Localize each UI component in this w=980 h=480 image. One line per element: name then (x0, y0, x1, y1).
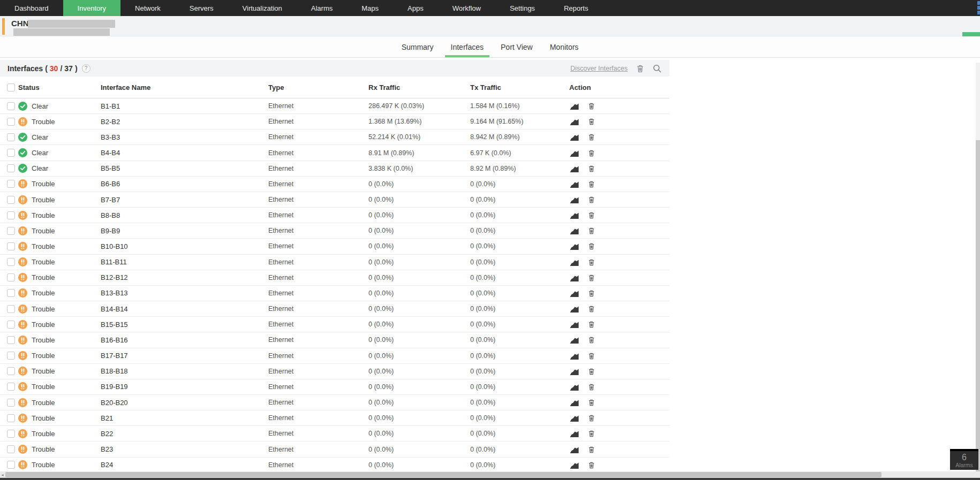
delete-icon[interactable] (587, 211, 598, 220)
traffic-chart-icon[interactable] (569, 445, 579, 454)
row-checkbox[interactable] (7, 258, 15, 266)
row-checkbox[interactable] (7, 227, 15, 235)
delete-icon[interactable] (587, 304, 598, 314)
horizontal-scrollbar-thumb[interactable] (5, 472, 881, 477)
row-checkbox[interactable] (7, 133, 15, 141)
col-header-tx-traffic[interactable]: Tx Traffic (470, 83, 569, 92)
row-checkbox[interactable] (7, 102, 15, 110)
delete-icon[interactable] (587, 320, 598, 329)
search-icon[interactable] (652, 64, 662, 73)
traffic-chart-icon[interactable] (569, 273, 579, 282)
delete-icon[interactable] (587, 398, 598, 407)
nav-item[interactable]: Workflow (438, 0, 495, 16)
nav-item[interactable]: Virtualization (228, 0, 297, 16)
vertical-scrollbar-track[interactable] (976, 63, 980, 472)
row-checkbox[interactable] (7, 164, 15, 172)
traffic-chart-icon[interactable] (569, 117, 579, 126)
traffic-chart-icon[interactable] (569, 242, 579, 251)
device-tab[interactable]: Port View (494, 36, 540, 57)
row-checkbox[interactable] (7, 414, 15, 422)
nav-item[interactable]: Maps (347, 0, 393, 16)
device-tab[interactable]: Monitors (543, 36, 586, 57)
device-tab[interactable]: Interfaces (444, 36, 491, 57)
traffic-chart-icon[interactable] (569, 460, 579, 469)
row-checkbox[interactable] (7, 399, 15, 407)
nav-item[interactable]: Settings (495, 0, 549, 16)
row-checkbox[interactable] (7, 445, 15, 453)
traffic-chart-icon[interactable] (569, 211, 579, 220)
traffic-chart-icon[interactable] (569, 414, 579, 423)
row-checkbox[interactable] (7, 367, 15, 375)
nav-item[interactable]: Alarms (297, 0, 347, 16)
delete-icon[interactable] (587, 179, 598, 188)
traffic-chart-icon[interactable] (569, 102, 579, 111)
delete-icon[interactable] (587, 445, 598, 454)
traffic-chart-icon[interactable] (569, 304, 579, 314)
row-checkbox[interactable] (7, 430, 15, 438)
row-checkbox[interactable] (7, 118, 15, 126)
traffic-chart-icon[interactable] (569, 320, 579, 329)
delete-icon[interactable] (587, 429, 598, 438)
nav-item[interactable]: Apps (393, 0, 438, 16)
delete-icon[interactable] (587, 226, 598, 235)
delete-icon[interactable] (587, 133, 598, 142)
delete-icon[interactable] (587, 102, 598, 111)
traffic-chart-icon[interactable] (569, 398, 579, 407)
row-checkbox[interactable] (7, 289, 15, 297)
traffic-chart-icon[interactable] (569, 179, 579, 188)
delete-icon[interactable] (587, 336, 598, 345)
row-checkbox[interactable] (7, 196, 15, 204)
traffic-chart-icon[interactable] (569, 148, 579, 157)
delete-icon[interactable] (587, 273, 598, 282)
traffic-chart-icon[interactable] (569, 351, 579, 360)
nav-item[interactable]: Dashboard (0, 0, 63, 16)
row-checkbox[interactable] (7, 273, 15, 281)
delete-icon[interactable] (587, 117, 598, 126)
traffic-chart-icon[interactable] (569, 288, 579, 298)
traffic-chart-icon[interactable] (569, 429, 579, 438)
help-icon[interactable]: ? (82, 64, 91, 73)
horizontal-scrollbar-track[interactable]: ◂ (0, 471, 980, 478)
traffic-chart-icon[interactable] (569, 382, 579, 391)
delete-icon[interactable] (587, 195, 598, 204)
apps-grid-icon[interactable] (977, 1, 980, 14)
nav-item[interactable]: Servers (175, 0, 228, 16)
traffic-chart-icon[interactable] (569, 195, 579, 204)
traffic-chart-icon[interactable] (569, 336, 579, 345)
row-checkbox[interactable] (7, 211, 15, 219)
row-checkbox[interactable] (7, 352, 15, 360)
row-checkbox[interactable] (7, 242, 15, 250)
traffic-chart-icon[interactable] (569, 367, 579, 376)
delete-icon[interactable] (587, 257, 598, 266)
scroll-left-arrow-icon[interactable]: ◂ (0, 471, 5, 478)
row-checkbox[interactable] (7, 461, 15, 469)
nav-item[interactable]: Network (120, 0, 175, 16)
device-tab[interactable]: Summary (395, 36, 441, 57)
row-checkbox[interactable] (7, 305, 15, 313)
delete-icon[interactable] (587, 288, 598, 298)
delete-icon[interactable] (587, 367, 598, 376)
trash-icon[interactable] (635, 64, 645, 73)
traffic-chart-icon[interactable] (569, 164, 579, 173)
col-header-status[interactable]: Status (18, 83, 101, 92)
delete-icon[interactable] (587, 414, 598, 423)
col-header-type[interactable]: Type (268, 83, 368, 92)
traffic-chart-icon[interactable] (569, 257, 579, 266)
delete-icon[interactable] (587, 460, 598, 469)
row-checkbox[interactable] (7, 336, 15, 344)
delete-icon[interactable] (587, 148, 598, 157)
row-checkbox[interactable] (7, 149, 15, 157)
delete-icon[interactable] (587, 242, 598, 251)
alarms-badge[interactable]: 6 Alarms (950, 449, 978, 470)
traffic-chart-icon[interactable] (569, 133, 579, 142)
delete-icon[interactable] (587, 351, 598, 360)
row-checkbox[interactable] (7, 383, 15, 391)
delete-icon[interactable] (587, 164, 598, 173)
row-checkbox[interactable] (7, 321, 15, 329)
nav-item[interactable]: Inventory (63, 0, 120, 16)
nav-item[interactable]: Reports (549, 0, 603, 16)
col-header-interface-name[interactable]: Interface Name (101, 83, 268, 92)
row-checkbox[interactable] (7, 180, 15, 188)
vertical-scrollbar-thumb[interactable] (976, 140, 980, 480)
select-all-checkbox[interactable] (7, 83, 15, 92)
